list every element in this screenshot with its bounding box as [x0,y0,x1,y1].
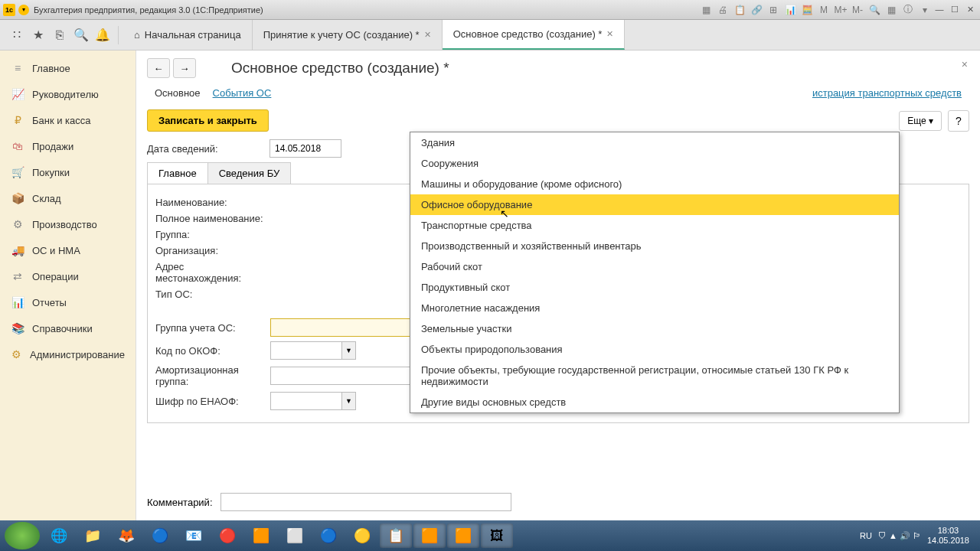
sidebar-item[interactable]: 📦Склад [0,185,136,211]
sidebar-item[interactable]: 🚚ОС и НМА [0,237,136,263]
top-tool-icon[interactable]: ⎘ [49,24,70,46]
taskbar-item[interactable]: 📋 [380,523,412,548]
sidebar-item[interactable]: 🛍Продажи [0,133,136,159]
app-logo-icon: 1c [3,4,15,16]
sidebar-icon: ⇄ [11,269,24,283]
dropdown-option[interactable]: Производственный и хозяйственный инвента… [410,236,899,256]
sidebar-item[interactable]: ⚙Производство [0,211,136,237]
main-area: ≡Главное📈Руководителю₽Банк и касса🛍Прода… [0,51,980,520]
taskbar-item[interactable]: 🔴 [211,523,243,548]
window-control-icon[interactable]: ☐ [948,5,962,15]
taskbar-item[interactable]: 🔵 [144,523,176,548]
taskbar-item[interactable]: 🖼 [481,523,513,548]
toolbar-icon[interactable]: 📋 [733,4,746,16]
toolbar-icon[interactable]: ▦ [700,4,712,16]
taskbar-item[interactable]: 🟧 [245,523,277,548]
tab[interactable]: Принятие к учету ОС (создание) *✕ [253,20,443,50]
window-control-icon[interactable]: ✕ [963,5,977,15]
top-tool-icon[interactable]: 🔔 [92,24,113,46]
taskbar-item[interactable]: 🟡 [346,523,378,548]
name-label: Наименование: [155,197,270,208]
window-control-icon[interactable]: — [933,4,946,15]
tray-lang[interactable]: RU [860,531,872,540]
save-close-button[interactable]: Записать и закрыть [147,109,269,132]
dropdown-option[interactable]: Продуктивный скот [410,277,899,298]
help-button[interactable]: ? [948,110,969,132]
start-button[interactable] [5,522,40,549]
dropdown-option[interactable]: Другие виды основных средств [410,392,899,412]
enaof-dd-icon[interactable]: ▼ [342,392,356,410]
top-tool-icon[interactable]: ∷ [6,24,28,46]
dropdown-option[interactable]: Машины и оборудование (кроме офисного) [410,174,899,194]
taskbar-item[interactable]: 🌐 [43,523,75,548]
back-button[interactable]: ← [147,58,170,78]
dropdown-option[interactable]: Рабочий скот [410,256,899,277]
subtab-main[interactable]: Основное [155,87,201,99]
org-label: Организация: [155,245,270,256]
taskbar-item[interactable]: 🟧 [413,523,446,548]
comment-input[interactable] [220,493,511,511]
tab-close-icon[interactable]: ✕ [424,30,431,40]
tab-label: Принятие к учету ОС (создание) * [263,29,420,41]
taskbar-item[interactable]: 🟧 [447,523,479,548]
toolbar-icon[interactable]: 🖨 [717,4,729,16]
toolbar-icon[interactable]: 🧮 [801,4,813,16]
tray-icons[interactable]: ⛉ ▲ 🔊 🏳 [878,531,921,541]
subtab-events[interactable]: События ОС [213,87,272,99]
dropdown-option[interactable]: Здания [410,132,899,153]
tab[interactable]: Основное средство (создание) *✕ [443,20,626,50]
dropdown-icon[interactable]: ▾ [18,5,29,15]
toolbar-icon[interactable]: ⊞ [767,4,779,16]
dropdown-option[interactable]: Земельные участки [410,318,899,339]
tab[interactable]: ⌂Начальная страница [123,20,253,50]
toolbar-icon[interactable]: M- [851,4,864,16]
sidebar-label: ОС и НМА [32,245,80,256]
date-input[interactable] [270,139,341,158]
tray-clock[interactable]: 18:03 14.05.2018 [927,526,969,546]
more-button[interactable]: Еще ▾ [899,111,942,131]
sidebar-item[interactable]: 📚Справочники [0,315,136,341]
taskbar-item[interactable]: 📁 [77,523,109,548]
inner-tab-main[interactable]: Главное [147,162,208,184]
toolbar-icon[interactable]: ⓘ [902,4,914,16]
enaof-input[interactable] [270,392,342,410]
close-icon[interactable]: × [962,58,968,70]
top-tool-icon[interactable]: ★ [28,24,49,46]
toolbar-icon[interactable]: M [818,4,830,16]
vehicle-reg-link[interactable]: истрация транспортных средств [812,87,962,99]
okof-input[interactable] [270,341,342,360]
toolbar-icon[interactable]: ▾ [919,4,931,16]
taskbar-item[interactable]: 📧 [178,523,210,548]
comment-label: Комментарий: [147,497,213,508]
dropdown-option[interactable]: Прочие объекты, требующие государственно… [410,360,899,392]
tab-close-icon[interactable]: ✕ [606,29,613,39]
taskbar-item[interactable]: 🔵 [312,523,345,548]
toolbar-icon[interactable]: ▦ [885,4,897,16]
toolbar-icon[interactable]: 🔗 [750,4,763,16]
sidebar-item[interactable]: 📊Отчеты [0,289,136,315]
sidebar-label: Операции [32,271,79,282]
date-label: Дата сведений: [147,143,270,155]
dropdown-option[interactable]: Многолетние насаждения [410,298,899,318]
okof-label: Код по ОКОФ: [155,345,270,357]
sidebar-item[interactable]: 📈Руководителю [0,81,136,107]
dropdown-option[interactable]: Объекты природопользования [410,339,899,360]
top-tool-icon[interactable]: 🔍 [70,24,92,46]
toolbar-icon[interactable]: 🔍 [868,4,880,16]
dropdown-option[interactable]: Транспортные средства [410,215,899,236]
sidebar-item[interactable]: ⚙Администрирование [0,341,136,367]
taskbar-item[interactable]: ⬜ [279,523,311,548]
forward-button[interactable]: → [173,58,196,78]
toolbar-icon[interactable]: 📊 [784,4,796,16]
okof-dd-icon[interactable]: ▼ [342,341,356,360]
dropdown-option[interactable]: Офисное оборудование [410,194,899,215]
taskbar-item[interactable]: 🦊 [110,523,142,548]
inner-tab-bu[interactable]: Сведения БУ [207,162,292,184]
sidebar-item[interactable]: ₽Банк и касса [0,107,136,133]
dropdown-option[interactable]: Сооружения [410,153,899,174]
sidebar-label: Отчеты [32,297,67,308]
toolbar-icon[interactable]: M+ [835,4,847,16]
sidebar-item[interactable]: 🛒Покупки [0,159,136,185]
sidebar-item[interactable]: ≡Главное [0,55,136,81]
sidebar-item[interactable]: ⇄Операции [0,263,136,289]
